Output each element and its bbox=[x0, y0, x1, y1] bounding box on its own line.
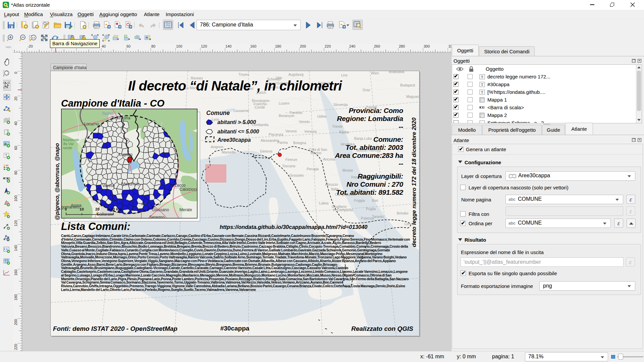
svg-text:280: 280 bbox=[399, 44, 405, 48]
svg-text:200: 200 bbox=[14, 319, 18, 325]
svg-text:0: 0 bbox=[65, 207, 67, 211]
svg-text:220: 220 bbox=[325, 44, 331, 48]
svg-text:260: 260 bbox=[374, 44, 380, 48]
svg-text:240: 240 bbox=[349, 44, 355, 48]
svg-text:gomanero: gomanero bbox=[61, 205, 79, 209]
svg-text:160: 160 bbox=[250, 44, 256, 48]
svg-text:160: 160 bbox=[14, 269, 18, 276]
svg-text:40: 40 bbox=[14, 121, 18, 125]
svg-text:Ticino: Ticino bbox=[102, 111, 113, 116]
svg-text:T: T bbox=[481, 75, 483, 79]
svg-text:80: 80 bbox=[151, 44, 155, 48]
svg-text:40: 40 bbox=[102, 44, 106, 48]
svg-text:Bellinzona: Bellinzona bbox=[112, 116, 130, 120]
svg-text:`lfa Val: `lfa Val bbox=[62, 142, 73, 146]
svg-text:80: 80 bbox=[14, 171, 18, 175]
svg-text:om: om bbox=[141, 201, 147, 206]
svg-text:140: 140 bbox=[225, 44, 231, 48]
svg-text:Merate: Merate bbox=[179, 207, 192, 212]
svg-text:abitanti <= 5.000: abitanti <= 5.000 bbox=[217, 129, 259, 134]
svg-text:rande: rande bbox=[63, 146, 72, 150]
svg-text:Locarno: Locarno bbox=[84, 122, 99, 126]
svg-text:1:1: 1:1 bbox=[32, 37, 35, 39]
svg-text:-20: -20 bbox=[28, 44, 33, 48]
svg-text:100: 100 bbox=[14, 195, 18, 201]
svg-text:20: 20 bbox=[95, 207, 100, 211]
svg-text:140: 140 bbox=[14, 245, 18, 251]
svg-text:200: 200 bbox=[300, 44, 306, 48]
svg-text:T: T bbox=[481, 82, 483, 86]
svg-text:Lugano: Lugano bbox=[119, 152, 132, 157]
svg-text:0: 0 bbox=[14, 72, 18, 74]
svg-text:20: 20 bbox=[14, 97, 18, 101]
svg-text:60: 60 bbox=[14, 146, 18, 150]
svg-text:320: 320 bbox=[448, 44, 451, 48]
svg-text:Giussano: Giussano bbox=[152, 207, 169, 212]
svg-text:180: 180 bbox=[14, 294, 18, 300]
svg-text:180: 180 bbox=[275, 44, 281, 48]
svg-text:Comune: Comune bbox=[206, 110, 230, 116]
svg-text:30 km: 30 km bbox=[111, 207, 122, 211]
svg-text:120: 120 bbox=[201, 44, 207, 48]
svg-text:Mendrisio: Mendrisio bbox=[122, 182, 139, 186]
svg-text:Aree30cappa: Aree30cappa bbox=[217, 137, 251, 143]
svg-text:Gallarate: Gallarate bbox=[97, 212, 113, 217]
svg-text:T: T bbox=[481, 90, 483, 94]
svg-text:10: 10 bbox=[79, 207, 84, 211]
svg-text:Nazionale: Nazionale bbox=[63, 138, 79, 142]
svg-text:60: 60 bbox=[126, 44, 130, 48]
svg-text:Varese: Varese bbox=[102, 183, 115, 188]
svg-text:100: 100 bbox=[176, 44, 182, 48]
svg-text:120: 120 bbox=[14, 220, 18, 226]
svg-text:220: 220 bbox=[14, 344, 18, 350]
svg-text:300: 300 bbox=[424, 44, 430, 48]
svg-text:abitanti > 5.000: abitanti > 5.000 bbox=[217, 119, 256, 125]
